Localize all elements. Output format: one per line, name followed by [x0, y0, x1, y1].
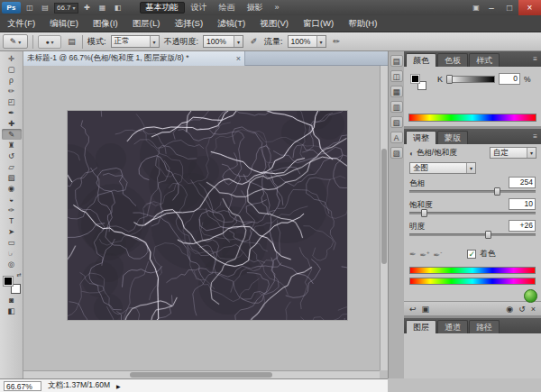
- colorize-checkbox[interactable]: ✓: [467, 250, 476, 259]
- healing-brush-tool[interactable]: ✚: [2, 118, 22, 129]
- preset-select[interactable]: 自定: [490, 147, 536, 159]
- panel-menu-icon[interactable]: ≡: [529, 132, 541, 141]
- foreground-color-swatch[interactable]: [3, 276, 14, 287]
- scrollbar-thumb[interactable]: [130, 372, 272, 378]
- menu-view[interactable]: 视图(V): [252, 15, 296, 32]
- path-selection-tool[interactable]: ➤: [2, 226, 22, 237]
- minimize-button[interactable]: –: [482, 0, 500, 15]
- saturation-slider[interactable]: [409, 212, 536, 214]
- rectangular-marquee-tool[interactable]: ▢: [2, 64, 22, 75]
- foreground-color-swatch[interactable]: [410, 74, 420, 84]
- zoom-level-field[interactable]: 66.7: [54, 3, 78, 14]
- arrange-documents-icon[interactable]: ▦: [96, 4, 109, 12]
- collapsed-panel-icon-6[interactable]: A: [390, 132, 403, 143]
- lightness-slider[interactable]: [409, 233, 536, 236]
- lightness-value-field[interactable]: +26: [509, 220, 536, 232]
- bridge-launch-icon[interactable]: ◫: [23, 4, 36, 12]
- blur-tool[interactable]: ◉: [2, 183, 22, 194]
- slider-thumb[interactable]: [485, 231, 491, 239]
- tab-swatches[interactable]: 色板: [437, 53, 468, 67]
- brush-tool[interactable]: ✎: [2, 129, 22, 140]
- menu-file[interactable]: 文件(F): [0, 15, 42, 32]
- workspace-photography-button[interactable]: 摄影: [242, 2, 269, 14]
- app-logo[interactable]: Ps: [2, 2, 21, 14]
- maximize-button[interactable]: □: [500, 0, 518, 15]
- collapsed-panel-icon-4[interactable]: ▥: [390, 101, 403, 113]
- horizontal-scrollbar[interactable]: [23, 370, 380, 378]
- panel-menu-icon[interactable]: ≡: [529, 55, 541, 63]
- vertical-scrollbar[interactable]: [380, 66, 388, 370]
- shape-tool[interactable]: ▭: [2, 237, 22, 248]
- pen-tool[interactable]: ✑: [2, 205, 22, 215]
- slider-thumb[interactable]: [421, 209, 427, 217]
- eraser-tool[interactable]: ▱: [2, 161, 22, 172]
- hand-tool[interactable]: ☞: [2, 248, 22, 259]
- hue-slider[interactable]: [409, 190, 536, 193]
- workspace-overflow-button[interactable]: »: [270, 2, 285, 14]
- back-arrow-icon[interactable]: ↩: [409, 305, 417, 314]
- dodge-tool[interactable]: ◒: [2, 194, 22, 205]
- tab-color[interactable]: 颜色: [406, 53, 436, 67]
- menu-layer[interactable]: 图层(L): [125, 15, 168, 32]
- type-tool[interactable]: T: [2, 215, 22, 226]
- hue-value-field[interactable]: 254: [509, 177, 536, 188]
- tab-paths[interactable]: 路径: [469, 320, 500, 333]
- collapsed-panel-icon-3[interactable]: ▦: [390, 86, 403, 97]
- menu-select[interactable]: 选择(S): [167, 15, 210, 32]
- swap-colors-icon[interactable]: ⇄: [16, 271, 21, 278]
- tab-masks[interactable]: 蒙版: [437, 131, 468, 144]
- collapsed-panel-icon-5[interactable]: ▧: [390, 116, 403, 128]
- workspace-design-button[interactable]: 设计: [186, 2, 213, 14]
- slider-thumb[interactable]: [494, 187, 500, 196]
- menu-filter[interactable]: 滤镜(T): [210, 15, 252, 32]
- close-tab-icon[interactable]: ×: [236, 54, 241, 63]
- foreground-background-mini-swatch[interactable]: [408, 72, 428, 92]
- view-extras-icon[interactable]: ▤: [39, 4, 51, 12]
- status-menu-arrow-icon[interactable]: ▶: [116, 383, 121, 389]
- color-spectrum-ramp[interactable]: [408, 114, 536, 122]
- workspace-essentials-button[interactable]: 基本功能: [140, 2, 185, 14]
- menu-image[interactable]: 图像(I): [86, 15, 125, 32]
- menu-edit[interactable]: 编辑(E): [42, 15, 86, 32]
- gradient-tool[interactable]: ▧: [2, 172, 22, 183]
- opacity-select[interactable]: 100%: [203, 35, 243, 48]
- eyedropper-icon[interactable]: ✒: [409, 250, 417, 259]
- crop-tool[interactable]: ◰: [2, 96, 22, 107]
- scrollbar-thumb[interactable]: [381, 149, 387, 264]
- toggle-brush-panel-icon[interactable]: ▤: [66, 37, 78, 46]
- lasso-tool[interactable]: ρ: [2, 75, 22, 86]
- document-tab[interactable]: 未标题-1 @ 66.7%(色相/饱和度 1, 图层蒙版/8) * ×: [23, 51, 245, 66]
- add-sample-eyedropper-icon[interactable]: ✒+: [420, 250, 430, 260]
- channel-scope-select[interactable]: 全图: [409, 162, 476, 174]
- k-value-field[interactable]: 0: [499, 73, 520, 85]
- flow-select[interactable]: 100%: [288, 35, 326, 48]
- canvas-area[interactable]: [23, 66, 380, 370]
- workspace-painting-button[interactable]: 绘画: [214, 2, 241, 14]
- close-button[interactable]: ×: [518, 0, 541, 15]
- clip-to-layer-icon[interactable]: ▣: [422, 305, 430, 314]
- screen-mode-icon[interactable]: ◧: [112, 4, 124, 12]
- subtract-sample-eyedropper-icon[interactable]: ✒-: [434, 250, 443, 260]
- reset-icon[interactable]: ↺: [518, 305, 526, 314]
- screen-mode-button[interactable]: ◧: [2, 305, 22, 316]
- clone-stamp-tool[interactable]: ♜: [2, 140, 22, 150]
- quick-selection-tool[interactable]: ✏: [2, 86, 22, 96]
- airbrush-icon[interactable]: ✏: [331, 37, 343, 46]
- hand-tool-icon[interactable]: ✚: [81, 4, 94, 12]
- status-zoom-field[interactable]: 66.67%: [4, 381, 41, 391]
- blend-mode-select[interactable]: 正常: [111, 35, 160, 48]
- menu-window[interactable]: 窗口(W): [296, 15, 341, 32]
- move-tool[interactable]: ✛: [2, 53, 22, 64]
- saturation-value-field[interactable]: 10: [509, 198, 536, 210]
- quick-mask-button[interactable]: ◙: [2, 295, 22, 305]
- tab-adjustments[interactable]: 调整: [406, 131, 436, 144]
- collapsed-panel-icon-1[interactable]: ▤: [390, 55, 403, 67]
- tool-preset-picker[interactable]: ✎: [3, 34, 28, 49]
- collapsed-panel-icon-7[interactable]: ▨: [390, 147, 403, 159]
- tab-styles[interactable]: 样式: [469, 53, 500, 67]
- visibility-eye-icon[interactable]: ◉: [506, 305, 513, 314]
- zoom-tool[interactable]: ◎: [2, 259, 22, 269]
- history-brush-tool[interactable]: ↺: [2, 150, 22, 161]
- tab-layers[interactable]: 图层: [406, 320, 436, 333]
- tablet-pressure-icon[interactable]: ✐: [248, 37, 260, 46]
